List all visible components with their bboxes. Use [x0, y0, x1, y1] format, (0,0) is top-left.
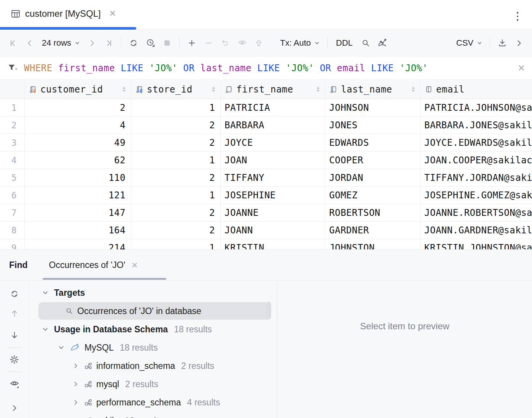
row-number-cell[interactable]: 3 — [0, 134, 25, 152]
table-cell[interactable]: JOYCE.EDWARDS@sakil — [421, 134, 532, 152]
close-icon[interactable]: ✕ — [131, 261, 138, 269]
table-cell[interactable]: 2 — [131, 222, 221, 239]
table-cell[interactable]: JOHNSON — [325, 99, 421, 116]
table-cell[interactable]: JOSEPHINE.GOMEZ@sak — [421, 187, 532, 204]
table-cell[interactable]: 164 — [25, 222, 131, 239]
table-cell[interactable]: 147 — [25, 204, 131, 222]
more-options-kebab-icon[interactable] — [515, 10, 520, 22]
filter-bar[interactable]: WHERE first_name LIKE 'JO%' OR last_name… — [0, 56, 532, 80]
table-cell[interactable]: KRISTIN.JOHNSTON@sa — [421, 239, 532, 249]
tree-item-usage-in-database-schema[interactable]: Usage in Database Schema18 results — [29, 320, 277, 338]
column-header-store-id[interactable]: store_id — [131, 80, 221, 99]
table-cell[interactable]: 2 — [131, 134, 221, 152]
sort-indicator[interactable] — [212, 87, 215, 92]
last-page-button[interactable] — [100, 35, 117, 51]
table-cell[interactable]: JONES — [325, 116, 421, 134]
open-chart-button[interactable] — [374, 35, 391, 51]
find-results-tab[interactable]: Occurrences of 'JO' ✕ — [49, 260, 138, 270]
row-number-cell[interactable]: 4 — [0, 152, 25, 169]
row-number-cell[interactable]: 7 — [0, 204, 25, 222]
table-cell[interactable]: JOANNE.ROBERTSON@sa — [421, 204, 532, 222]
row-number-cell[interactable]: 1 — [0, 99, 25, 116]
find-in-grid-button[interactable] — [357, 35, 374, 51]
table-cell[interactable]: 49 — [25, 134, 131, 152]
table-cell[interactable]: 4 — [25, 116, 131, 134]
table-cell[interactable]: TIFFANY — [221, 169, 325, 187]
tree-item-occurrences-of-jo-in-database[interactable]: Occurrences of 'JO' in database — [38, 302, 271, 320]
table-cell[interactable]: JOANN.GARDNER@sakil — [421, 222, 532, 239]
table-cell[interactable]: JOAN.COOPER@sakilac — [421, 152, 532, 169]
sort-indicator[interactable] — [317, 87, 320, 92]
table-cell[interactable]: JORDAN — [325, 169, 421, 187]
next-page-button[interactable] — [84, 35, 100, 51]
column-header-email[interactable]: email — [421, 80, 532, 99]
revert-changes-button[interactable] — [217, 35, 234, 51]
chevron-right-icon[interactable] — [72, 399, 79, 406]
table-cell[interactable]: 2 — [131, 204, 221, 222]
reload-button[interactable] — [125, 35, 142, 51]
transaction-mode-dropdown[interactable]: Tx: Auto — [276, 38, 323, 48]
table-cell[interactable]: 2 — [25, 99, 131, 116]
tree-item-information-schema[interactable]: information_schema2 results — [29, 357, 277, 375]
page-size-dropdown[interactable]: 24 rows — [38, 38, 84, 48]
table-cell[interactable]: GOMEZ — [325, 187, 421, 204]
export-format-dropdown[interactable]: CSV — [452, 38, 486, 48]
query-history-button[interactable] — [142, 35, 159, 51]
sort-indicator[interactable] — [412, 87, 415, 92]
filter-expression[interactable]: WHERE first_name LIKE 'JO%' OR last_name… — [24, 63, 428, 73]
table-cell[interactable]: EDWARDS — [325, 134, 421, 152]
first-page-button[interactable] — [5, 35, 21, 51]
table-cell[interactable]: KRISTIN — [221, 239, 325, 249]
table-cell[interactable]: JOYCE — [221, 134, 325, 152]
table-cell[interactable]: GARDNER — [325, 222, 421, 239]
table-cell[interactable]: JOAN — [221, 152, 325, 169]
next-occurrence-button[interactable] — [9, 329, 20, 341]
table-cell[interactable]: 1 — [131, 239, 221, 249]
table-cell[interactable]: 1 — [131, 187, 221, 204]
table-cell[interactable]: TIFFANY.JORDAN@saki — [421, 169, 532, 187]
table-cell[interactable]: 62 — [25, 152, 131, 169]
chevron-right-icon[interactable] — [72, 362, 79, 369]
close-icon[interactable]: ✕ — [109, 10, 116, 18]
row-number-cell[interactable]: 9 — [0, 239, 25, 249]
table-cell[interactable]: 121 — [25, 187, 131, 204]
table-cell[interactable]: PATRICIA — [221, 99, 325, 116]
chevron-right-icon[interactable] — [72, 381, 79, 388]
submit-button[interactable] — [250, 35, 267, 51]
column-header-customer-id[interactable]: customer_id — [25, 80, 131, 99]
scrollbar-thumb[interactable] — [266, 302, 271, 319]
toolbar-overflow-button[interactable] — [511, 35, 527, 51]
table-cell[interactable]: JOANN — [221, 222, 325, 239]
export-data-button[interactable] — [494, 35, 511, 51]
table-cell[interactable]: 1 — [131, 99, 221, 116]
table-cell[interactable]: ROBERTSON — [325, 204, 421, 222]
table-cell[interactable]: 2 — [131, 116, 221, 134]
previous-occurrence-button[interactable] — [9, 308, 20, 319]
tab-customer-mysql[interactable]: customer [MySQL] ✕ — [11, 8, 116, 19]
sort-indicator[interactable] — [123, 87, 126, 92]
delete-row-button[interactable] — [200, 35, 217, 51]
table-cell[interactable]: BARBARA.JONES@sakil — [421, 116, 532, 134]
expand-rail-button[interactable] — [9, 402, 20, 414]
chevron-down-icon[interactable] — [42, 326, 49, 333]
table-cell[interactable]: JOHNSTON — [325, 239, 421, 249]
stop-button[interactable] — [159, 35, 175, 51]
table-cell[interactable]: 214 — [25, 239, 131, 249]
chevron-down-icon[interactable] — [42, 289, 49, 296]
ddl-button[interactable]: DDL — [331, 38, 357, 48]
grid-corner-cell[interactable] — [0, 80, 25, 99]
table-cell[interactable]: JOSEPHINE — [221, 187, 325, 204]
table-cell[interactable]: 1 — [131, 152, 221, 169]
table-cell[interactable]: JOANNE — [221, 204, 325, 222]
table-cell[interactable]: 110 — [25, 169, 131, 187]
table-cell[interactable]: PATRICIA.JOHNSON@sa — [421, 99, 532, 116]
preview-changes-button[interactable] — [234, 35, 250, 51]
refresh-search-button[interactable] — [9, 288, 20, 300]
tree-item-mysql[interactable]: mysql2 results — [29, 375, 277, 393]
add-row-button[interactable] — [183, 35, 200, 51]
row-number-cell[interactable]: 8 — [0, 222, 25, 239]
row-number-cell[interactable]: 2 — [0, 116, 25, 134]
view-options-button[interactable] — [9, 378, 20, 389]
tree-item-sakila[interactable]: sakila10 results — [29, 412, 277, 418]
tree-item-targets[interactable]: Targets — [29, 284, 277, 302]
